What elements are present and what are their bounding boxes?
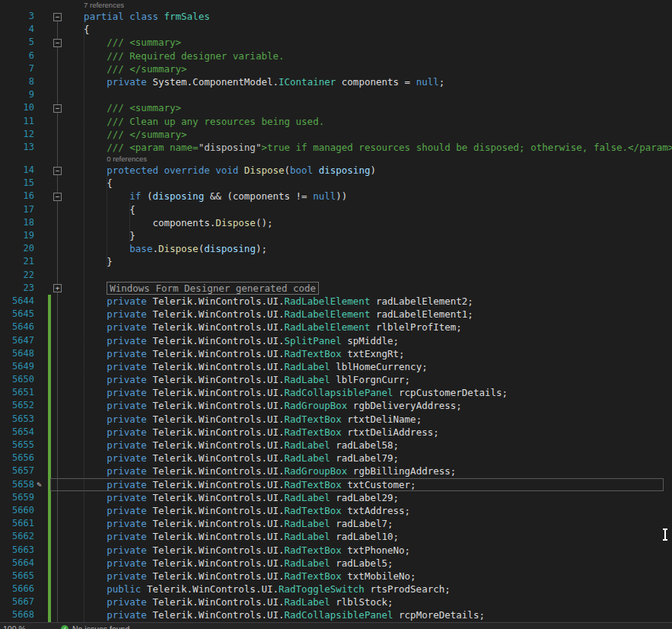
glyph-margin[interactable]: [37, 347, 47, 360]
line-number[interactable]: 5661: [0, 517, 37, 530]
glyph-margin[interactable]: ✎: [37, 478, 47, 491]
line-number[interactable]: 5654: [0, 426, 37, 439]
codelens-references-label[interactable]: 0 references: [0, 154, 147, 164]
glyph-margin[interactable]: [37, 190, 47, 203]
line-number[interactable]: 5662: [0, 530, 37, 543]
glyph-margin[interactable]: [37, 465, 47, 477]
code-text[interactable]: /// Required designer variable.: [52, 49, 672, 62]
fold-collapse-icon[interactable]: −: [53, 13, 62, 21]
code-text[interactable]: private Telerik.WinControls.UI.RadGroupB…: [52, 399, 672, 412]
line-number[interactable]: 3: [0, 10, 37, 23]
glyph-margin[interactable]: [37, 530, 47, 543]
code-text[interactable]: [52, 269, 672, 282]
glyph-margin[interactable]: [37, 75, 47, 88]
glyph-margin[interactable]: [37, 255, 47, 268]
code-text[interactable]: private Telerik.WinControls.UI.RadTextBo…: [52, 504, 672, 517]
code-text[interactable]: }: [52, 229, 672, 242]
line-number[interactable]: 5656: [0, 452, 37, 465]
glyph-margin[interactable]: [37, 88, 47, 101]
glyph-margin[interactable]: [37, 49, 47, 62]
zoom-level[interactable]: 100 %: [3, 624, 26, 629]
code-text[interactable]: private Telerik.WinControls.UI.RadTextBo…: [52, 413, 672, 426]
line-number[interactable]: 13: [0, 141, 37, 154]
glyph-margin[interactable]: [37, 517, 47, 530]
glyph-margin[interactable]: [37, 203, 47, 216]
line-number[interactable]: 12: [0, 128, 37, 141]
code-text[interactable]: partial class frmSales: [52, 10, 672, 23]
code-text[interactable]: /// </summary>: [52, 62, 672, 75]
line-number[interactable]: 21: [0, 255, 37, 268]
line-number[interactable]: 5658: [0, 478, 37, 491]
line-number[interactable]: 8: [0, 75, 37, 88]
code-text[interactable]: private Telerik.WinControls.UI.RadLabel …: [52, 595, 672, 608]
line-number[interactable]: 10: [0, 101, 37, 114]
line-number[interactable]: 22: [0, 269, 37, 282]
glyph-margin[interactable]: [37, 62, 47, 75]
line-number[interactable]: 5650: [0, 373, 37, 386]
glyph-margin[interactable]: [37, 413, 47, 426]
line-number[interactable]: 5667: [0, 595, 37, 608]
glyph-margin[interactable]: [37, 570, 47, 583]
glyph-margin[interactable]: [37, 439, 47, 452]
code-text[interactable]: /// <summary>: [52, 101, 672, 114]
code-text[interactable]: private Telerik.WinControls.UI.RadLabel …: [52, 517, 672, 530]
fold-collapse-icon[interactable]: −: [53, 193, 62, 201]
line-number[interactable]: 16: [0, 190, 37, 203]
glyph-margin[interactable]: [37, 242, 47, 255]
code-text[interactable]: private System.ComponentModel.IContainer…: [52, 75, 672, 88]
glyph-margin[interactable]: [37, 452, 47, 465]
code-text[interactable]: private Telerik.WinControls.UI.RadLabel …: [52, 452, 672, 465]
code-text[interactable]: Windows Form Designer generated code: [52, 282, 672, 295]
glyph-margin[interactable]: [37, 216, 47, 229]
line-number[interactable]: 6: [0, 49, 37, 62]
glyph-margin[interactable]: [37, 583, 47, 595]
code-text[interactable]: base.Dispose(disposing);: [52, 242, 672, 255]
line-number[interactable]: 5663: [0, 544, 37, 557]
code-text[interactable]: private Telerik.WinControls.UI.RadLabel …: [52, 491, 672, 504]
line-number[interactable]: 11: [0, 115, 37, 128]
code-text[interactable]: private Telerik.WinControls.UI.RadTextBo…: [52, 570, 672, 583]
line-number[interactable]: 18: [0, 216, 37, 229]
glyph-margin[interactable]: [37, 295, 47, 308]
code-text[interactable]: {: [52, 177, 672, 190]
code-text[interactable]: private Telerik.WinControls.UI.RadGroupB…: [52, 465, 672, 477]
code-text[interactable]: private Telerik.WinControls.UI.RadCollap…: [52, 386, 672, 399]
line-number[interactable]: 5660: [0, 504, 37, 517]
glyph-margin[interactable]: [37, 504, 47, 517]
fold-collapse-icon[interactable]: −: [53, 104, 62, 113]
line-number[interactable]: 5: [0, 36, 37, 49]
glyph-margin[interactable]: [37, 334, 47, 347]
glyph-margin[interactable]: [37, 373, 47, 386]
fold-expand-icon[interactable]: +: [53, 284, 62, 292]
code-text[interactable]: private Telerik.WinControls.UI.RadLabel …: [52, 530, 672, 543]
line-number[interactable]: 9: [0, 88, 37, 101]
glyph-margin[interactable]: [37, 386, 47, 399]
line-number[interactable]: 5645: [0, 308, 37, 321]
code-text[interactable]: }: [52, 255, 672, 268]
line-number[interactable]: 19: [0, 229, 37, 242]
line-number[interactable]: 5655: [0, 439, 37, 452]
fold-collapse-icon[interactable]: −: [53, 167, 62, 175]
line-number[interactable]: 5666: [0, 583, 37, 595]
code-text[interactable]: private Telerik.WinControls.UI.RadTextBo…: [52, 426, 672, 439]
glyph-margin[interactable]: [37, 177, 47, 190]
code-text[interactable]: /// </summary>: [52, 128, 672, 141]
glyph-margin[interactable]: [37, 426, 47, 439]
code-text[interactable]: private Telerik.WinControls.UI.RadLabel …: [52, 360, 672, 373]
line-number[interactable]: 5648: [0, 347, 37, 360]
code-text[interactable]: [52, 88, 672, 101]
line-number[interactable]: 7: [0, 62, 37, 75]
code-text[interactable]: private Telerik.WinControls.UI.RadLabel …: [52, 439, 672, 452]
code-text[interactable]: {: [52, 23, 672, 36]
code-text[interactable]: private Telerik.WinControls.UI.RadCollap…: [52, 608, 672, 621]
code-text[interactable]: /// <summary>: [52, 36, 672, 49]
line-number[interactable]: 5651: [0, 386, 37, 399]
code-text[interactable]: /// Clean up any resources being used.: [52, 115, 672, 128]
line-number[interactable]: 5665: [0, 570, 37, 583]
glyph-margin[interactable]: [37, 10, 47, 23]
glyph-margin[interactable]: [37, 557, 47, 570]
glyph-margin[interactable]: [37, 399, 47, 412]
code-text[interactable]: protected override void Dispose(bool dis…: [52, 164, 672, 177]
glyph-margin[interactable]: [37, 321, 47, 334]
line-number[interactable]: 5644: [0, 295, 37, 308]
